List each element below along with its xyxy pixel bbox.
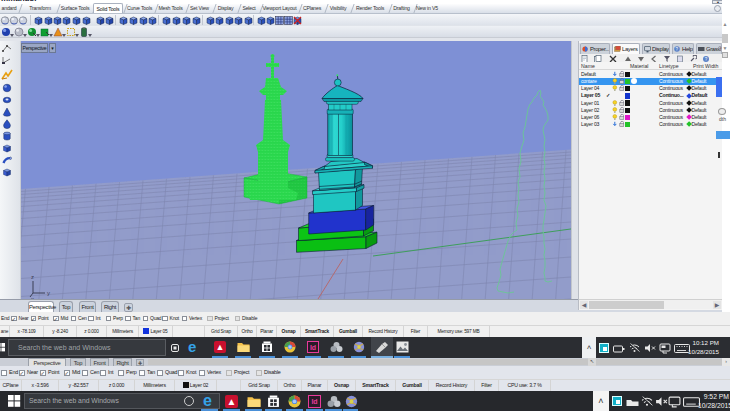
svg-text:z: z xyxy=(31,274,34,280)
svg-text:y: y xyxy=(47,290,50,296)
